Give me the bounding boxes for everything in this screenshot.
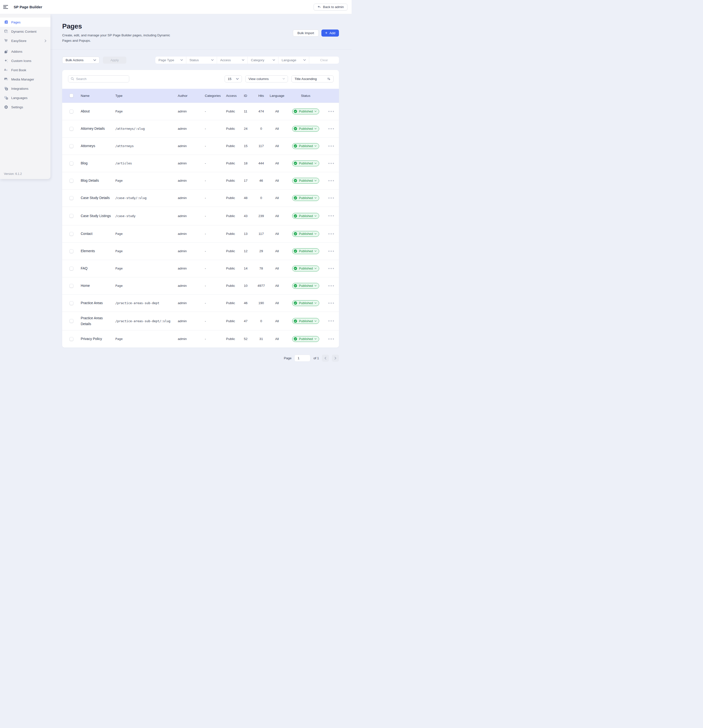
ellipsis-icon xyxy=(328,145,334,147)
cell-page-name[interactable]: Contact xyxy=(81,231,115,237)
bulk-import-button[interactable]: Bulk Import xyxy=(293,29,319,36)
row-actions-button[interactable] xyxy=(328,127,334,130)
row-actions-button[interactable] xyxy=(328,214,334,218)
column-header-id[interactable]: ID xyxy=(244,94,255,98)
row-checkbox[interactable] xyxy=(69,162,74,165)
row-actions-button[interactable] xyxy=(328,337,334,341)
row-checkbox[interactable] xyxy=(69,196,74,200)
sidebar-item-pages[interactable]: Pages xyxy=(0,17,51,27)
sidebar-item-font-book[interactable]: Aa Font Book xyxy=(0,65,51,75)
status-badge[interactable]: Published xyxy=(292,318,319,324)
row-checkbox[interactable] xyxy=(69,214,74,218)
row-actions-button[interactable] xyxy=(328,196,334,200)
status-badge[interactable]: Published xyxy=(292,195,319,201)
row-actions-button[interactable] xyxy=(328,232,334,235)
status-badge[interactable]: Published xyxy=(292,283,319,289)
row-actions-button[interactable] xyxy=(328,284,334,287)
page-type-filter[interactable]: Page Type xyxy=(155,56,186,64)
row-checkbox[interactable] xyxy=(69,267,74,270)
pagination: Page of 1 xyxy=(62,355,339,362)
row-checkbox[interactable] xyxy=(69,144,74,148)
column-header-name[interactable]: Name xyxy=(81,94,115,98)
status-badge[interactable]: Published xyxy=(292,108,319,114)
status-badge[interactable]: Published xyxy=(292,231,319,237)
cell-page-name[interactable]: Practice Areas xyxy=(81,300,115,306)
cell-page-name[interactable]: Practice Areas Details xyxy=(81,315,115,327)
cell-page-name[interactable]: FAQ xyxy=(81,265,115,272)
cell-page-name[interactable]: Blog Details xyxy=(81,178,115,183)
column-header-type[interactable]: Type xyxy=(115,94,178,98)
row-actions-button[interactable] xyxy=(328,179,334,182)
status-badge[interactable]: Published xyxy=(292,178,319,183)
cell-page-name[interactable]: Home xyxy=(81,283,115,289)
sidebar-item-custom-icons[interactable]: Custom Icons xyxy=(0,56,51,65)
status-badge[interactable]: Published xyxy=(292,143,319,149)
cell-page-name[interactable]: Case Study Details xyxy=(81,195,115,201)
row-checkbox[interactable] xyxy=(69,249,74,253)
select-all-checkbox[interactable] xyxy=(69,94,74,98)
column-header-status[interactable]: Status xyxy=(287,94,327,98)
column-header-access[interactable]: Access xyxy=(226,94,244,98)
status-badge[interactable]: Published xyxy=(292,160,319,166)
view-columns-select[interactable]: View columns xyxy=(245,75,288,82)
sidebar-item-addons[interactable]: Addons xyxy=(0,47,51,56)
row-actions-button[interactable] xyxy=(328,319,334,323)
row-checkbox[interactable] xyxy=(69,301,74,305)
sidebar-item-dynamic-content[interactable]: Dynamic Content xyxy=(0,27,51,36)
status-badge[interactable]: Published xyxy=(292,248,319,254)
row-actions-button[interactable] xyxy=(328,250,334,253)
column-header-categories[interactable]: Categories xyxy=(205,94,226,98)
cell-page-name[interactable]: Case Study Listings xyxy=(81,213,115,219)
sidebar-item-integrations[interactable]: Integrations xyxy=(0,84,51,93)
sidebar-item-easystore[interactable]: EasyStore xyxy=(0,36,51,45)
cell-page-name[interactable]: Privacy Policy xyxy=(81,336,115,342)
row-checkbox[interactable] xyxy=(69,337,74,341)
next-page-button[interactable] xyxy=(332,355,339,362)
back-to-admin-button[interactable]: Back to admin xyxy=(313,4,348,10)
row-checkbox[interactable] xyxy=(69,284,74,288)
row-checkbox[interactable] xyxy=(69,319,74,323)
check-circle-icon xyxy=(294,144,297,148)
row-checkbox[interactable] xyxy=(69,110,74,113)
status-filter[interactable]: Status xyxy=(186,56,217,64)
status-badge[interactable]: Published xyxy=(292,266,319,272)
status-badge[interactable]: Published xyxy=(292,300,319,306)
status-label: Published xyxy=(299,214,313,218)
access-filter[interactable]: Access xyxy=(217,56,247,64)
row-checkbox[interactable] xyxy=(69,179,74,183)
sort-select[interactable]: Title Ascending xyxy=(292,75,333,82)
cell-page-name[interactable]: About xyxy=(81,108,115,114)
add-button[interactable]: + Add xyxy=(321,29,339,36)
cell-page-name[interactable]: Attorney Details xyxy=(81,126,115,132)
row-actions-button[interactable] xyxy=(328,302,334,305)
sidebar-item-languages[interactable]: A Languages xyxy=(0,93,51,103)
row-actions-button[interactable] xyxy=(328,110,334,113)
row-actions-button[interactable] xyxy=(328,144,334,148)
row-actions-button[interactable] xyxy=(328,162,334,165)
row-checkbox[interactable] xyxy=(69,232,74,236)
status-badge[interactable]: Published xyxy=(292,126,319,132)
bulk-actions-dropdown[interactable]: Bulk Actions xyxy=(62,56,100,64)
cell-page-name[interactable]: Blog xyxy=(81,160,115,166)
sidebar-item-settings[interactable]: Settings xyxy=(0,103,51,112)
clear-filters-button[interactable]: Clear xyxy=(309,56,339,64)
language-filter[interactable]: Language xyxy=(278,56,309,64)
sidebar-item-media-manager[interactable]: Media Manager xyxy=(0,75,51,84)
cell-hits: 190 xyxy=(255,301,270,305)
hamburger-menu-icon[interactable] xyxy=(3,5,9,9)
status-badge[interactable]: Published xyxy=(292,213,319,219)
row-checkbox[interactable] xyxy=(69,127,74,131)
category-filter[interactable]: Category xyxy=(247,56,278,64)
column-header-author[interactable]: Author xyxy=(178,94,205,98)
row-actions-button[interactable] xyxy=(328,267,334,270)
cell-page-name[interactable]: Elements xyxy=(81,248,115,254)
column-header-hits[interactable]: Hits xyxy=(255,94,270,98)
search-input[interactable] xyxy=(76,77,127,81)
status-badge[interactable]: Published xyxy=(292,336,319,342)
column-header-language[interactable]: Language xyxy=(270,94,287,98)
page-size-select[interactable]: 15 xyxy=(225,75,242,82)
apply-button[interactable]: Apply xyxy=(103,56,126,64)
previous-page-button[interactable] xyxy=(322,355,329,362)
cell-page-name[interactable]: Attorneys xyxy=(81,143,115,149)
page-number-input[interactable] xyxy=(294,355,310,362)
